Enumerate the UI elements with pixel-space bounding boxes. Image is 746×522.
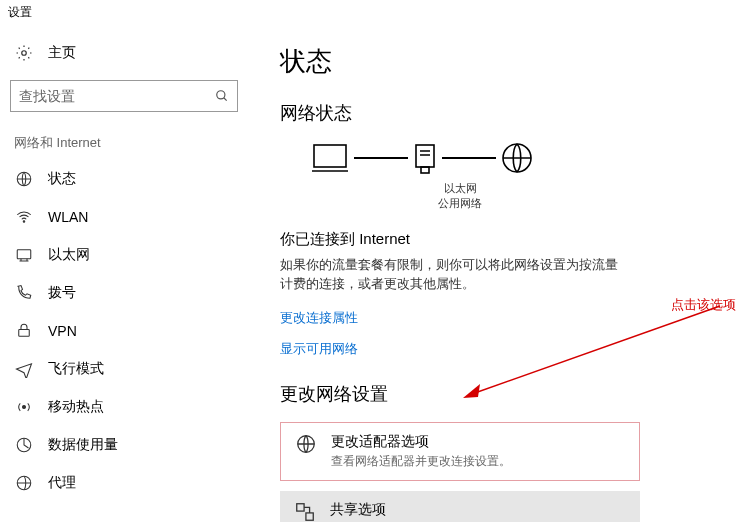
nav-vpn[interactable]: VPN [10,312,265,350]
proxy-icon [14,474,34,492]
nav-wlan[interactable]: WLAN [10,198,265,236]
wifi-icon [14,208,34,226]
nav-label: WLAN [48,209,88,225]
nav-hotspot[interactable]: 移动热点 [10,388,265,426]
network-status-heading: 网络状态 [280,101,640,125]
nav-label: 拨号 [48,284,76,302]
nav-datausage[interactable]: 数据使用量 [10,426,265,464]
nav-ethernet[interactable]: 以太网 [10,236,265,274]
nav-status[interactable]: 状态 [10,160,265,198]
search-box[interactable] [10,80,238,112]
adapter-icon [295,433,317,455]
globe-large-icon [500,141,534,175]
globe-icon [14,170,34,188]
share-title: 共享选项 [330,501,558,519]
nav-label: VPN [48,323,77,339]
nav-label: 移动热点 [48,398,104,416]
window-title: 设置 [8,4,32,21]
svg-point-1 [217,91,225,99]
data-icon [14,436,34,454]
content-pane: 状态 网络状态 以太网 公用网络 你已连接到 Internet 如果你的流量套餐… [280,24,640,522]
gear-icon [14,44,34,62]
svg-rect-10 [314,145,346,167]
network-diagram [310,141,640,175]
vpn-icon [14,322,34,340]
sidebar: 主页 网络和 Internet 状态 WLAN 以太网 拨号 V [0,24,265,522]
diagram-line [442,157,496,159]
airplane-icon [14,360,34,378]
search-input[interactable] [19,88,215,104]
adapter-title: 更改适配器选项 [331,433,511,451]
share-options-row[interactable]: 共享选项 根据所连接到的网络，决定要共享的内容。 [280,491,640,522]
svg-rect-15 [297,504,304,511]
adapter-desc: 查看网络适配器并更改连接设置。 [331,453,511,470]
annotation-text: 点击该选项 [671,296,736,314]
home-label: 主页 [48,44,76,62]
home-button[interactable]: 主页 [10,34,265,80]
nav-label: 状态 [48,170,76,188]
nav-label: 代理 [48,474,76,492]
svg-line-2 [224,98,227,101]
nav-label: 数据使用量 [48,436,118,454]
nav-dialup[interactable]: 拨号 [10,274,265,312]
search-icon [215,89,229,103]
nav-proxy[interactable]: 代理 [10,464,265,502]
nav-airplane[interactable]: 飞行模式 [10,350,265,388]
svg-rect-6 [19,330,30,337]
ethernet-icon [14,246,34,264]
nav-label: 飞行模式 [48,360,104,378]
phone-icon [14,284,34,302]
svg-rect-12 [421,167,429,173]
router-icon [412,141,438,175]
adapter-options-row[interactable]: 更改适配器选项 查看网络适配器并更改连接设置。 [280,422,640,481]
svg-point-0 [22,51,27,56]
link-show-avail[interactable]: 显示可用网络 [280,340,358,358]
category-label: 网络和 Internet [10,134,265,160]
svg-rect-16 [306,513,313,520]
share-icon [294,501,316,522]
link-conn-props[interactable]: 更改连接属性 [280,309,358,327]
svg-rect-11 [416,145,434,167]
change-net-heading: 更改网络设置 [280,382,640,406]
svg-point-4 [23,221,25,223]
page-title: 状态 [280,44,640,79]
diagram-label: 以太网 公用网络 [280,181,640,212]
computer-icon [310,141,350,175]
connected-desc: 如果你的流量套餐有限制，则你可以将此网络设置为按流量计费的连接，或者更改其他属性… [280,255,630,294]
diagram-line [354,157,408,159]
connected-title: 你已连接到 Internet [280,230,640,249]
svg-point-7 [23,406,26,409]
nav-label: 以太网 [48,246,90,264]
svg-rect-5 [17,250,31,259]
hotspot-icon [14,398,34,416]
